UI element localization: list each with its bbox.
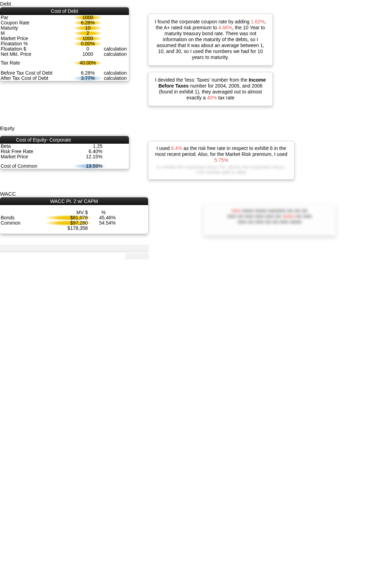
- table-row: Par1000: [0, 15, 129, 20]
- wacc-result-bar-2: [0, 253, 125, 259]
- equity-section-label: Equity: [0, 125, 370, 132]
- table-row: Common$97,28054.54%: [0, 220, 148, 226]
- wacc-section-label: WACC: [0, 190, 370, 197]
- wacc-title: WACC Pt. 2 w/ CAPM: [0, 197, 148, 205]
- table-row: $178,358: [0, 226, 148, 231]
- debt-explain-1: I found the corporate coupon rate by add…: [148, 14, 273, 66]
- table-row: Maturity10: [0, 25, 129, 31]
- table-row: Floatation %0.00%: [0, 41, 129, 46]
- table-row: Floatation $0calculation: [0, 46, 129, 52]
- wacc-head-row: MV $ %: [0, 210, 148, 215]
- cost-of-debt-table: Cost of Debt Par1000Coupon Rate6.28%Matu…: [0, 7, 129, 81]
- debt-explain-2: I devided the 'less: Taxes' number from …: [148, 72, 273, 106]
- wacc-result-highlight: [126, 253, 148, 259]
- cost-of-equity-table: Cost of Equity- Corporate Beta1.25Risk F…: [0, 136, 129, 169]
- debt-section-label: Debt: [0, 0, 370, 7]
- table-row: Market Price12.15%: [0, 154, 129, 159]
- table-row: Beta1.25: [0, 144, 129, 149]
- cost-of-debt-title: Cost of Debt: [0, 7, 129, 15]
- table-row: Net Mkt. Price1000calculation: [0, 52, 129, 57]
- cost-of-equity-title: Cost of Equity- Corporate: [0, 136, 129, 144]
- table-row: After Tax Cost of Debt3.77%calculation: [0, 76, 129, 81]
- table-row: Before Tax Cost of Debt6.28%calculation: [0, 70, 129, 76]
- table-row: Risk Free Rate6.40%: [0, 149, 129, 154]
- table-row: Bonds$81,07845.46%: [0, 215, 148, 220]
- tax-rate-row: Tax Rate 40.00%: [0, 60, 129, 66]
- wacc-explain-blurred: ■■■ ■■■■ ■■■■ ■■■■■■ ■■ ■■ ■■ ■■■ ■■ ■■■…: [203, 204, 336, 236]
- wacc-result-bar-1: [0, 245, 148, 251]
- table-row: M2: [0, 31, 129, 36]
- table-row: Coupon Rate6.28%: [0, 20, 129, 25]
- equity-explain: I used 6.4% as the risk free rate in res…: [148, 141, 294, 180]
- table-row: Market Price1000: [0, 36, 129, 41]
- wacc-table: WACC Pt. 2 w/ CAPM MV $ % Bonds$81,07845…: [0, 197, 148, 234]
- cost-of-common-row: Cost of Common 13.59%: [0, 164, 129, 169]
